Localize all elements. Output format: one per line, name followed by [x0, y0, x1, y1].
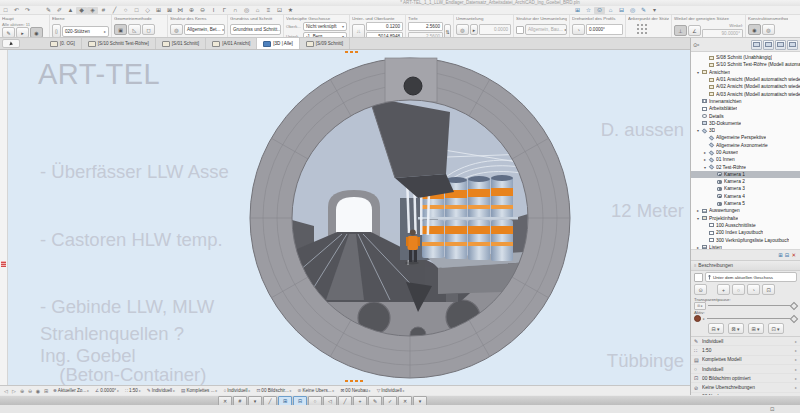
vertical-column-icon[interactable]: ⊥ — [674, 25, 687, 36]
trace-splitter-icon[interactable]: ⊠ ▾ — [728, 323, 744, 334]
geometry-profile-icon[interactable]: ◻ — [142, 24, 155, 35]
tree-item-300-verknuepfungsliste[interactable]: 300 Verknüpfungsliste Layoutbuch — [691, 236, 800, 243]
veneer-thickness-field[interactable]: 0.0000 — [479, 24, 511, 35]
tree-item-00-aussen[interactable]: 00 Aussen — [691, 149, 800, 156]
door-tool-icon[interactable]: ⊠ — [164, 7, 175, 14]
depth-top-field[interactable]: 2.5600 — [408, 22, 443, 31]
edit-plane-icon[interactable]: ✎ — [368, 396, 382, 406]
circle-tool-icon[interactable]: ○ — [120, 7, 131, 14]
tree-item-kamera-4[interactable]: Kamera 4 — [691, 193, 800, 200]
story-filter-checkbox[interactable] — [694, 273, 703, 282]
3d-viewport[interactable]: ART-TEL - Überfässer LLW Asse - Castoren… — [8, 50, 690, 385]
grid-tool-icon[interactable]: # — [98, 7, 109, 14]
snap-points-icon[interactable]: ⊟ — [293, 396, 307, 406]
tree-item-s08-schnitt[interactable]: S/08 Schnitt (Unabhängig) — [691, 54, 800, 61]
status-model-view[interactable]: ⊡00 Bildschir...▸ — [254, 388, 295, 393]
layer-select[interactable]: 020-Stützen▸ — [62, 26, 109, 37]
text-tool-icon[interactable]: I — [208, 7, 219, 14]
line-tool-icon[interactable]: ╱ — [109, 7, 120, 14]
depth-bottom-field[interactable]: 2.5600 — [408, 32, 443, 37]
status-layer-combination[interactable]: ○Individuell▸ — [220, 388, 253, 393]
tree-item-kamera-3[interactable]: Kamera 3 — [691, 185, 800, 192]
trace-rotate-icon[interactable]: ○ — [732, 284, 745, 295]
view-map-icon[interactable] — [763, 40, 774, 50]
layouts-icon[interactable]: ⊟ — [616, 7, 627, 14]
tree-item-arbeitsblaetter[interactable]: Arbeitsblätter — [691, 105, 800, 112]
quick-option-structure[interactable]: ▤Komplettes Modell — [691, 356, 800, 365]
column-tool-icon[interactable]: ◇ — [142, 7, 153, 14]
transparency-slider[interactable] — [708, 305, 797, 306]
back-icon[interactable]: ◁ — [2, 388, 10, 394]
slant-angle-field[interactable]: 90.0000° — [702, 29, 743, 37]
redo-icon[interactable]: ↷ — [22, 7, 33, 14]
confirm-icon[interactable]: ✓ — [383, 396, 397, 406]
tree-item-ansichten[interactable]: Ansichten — [691, 69, 800, 76]
tree-item-kamera-2[interactable]: Kamera 2 — [691, 178, 800, 185]
quick-option-model-view[interactable]: ⊡00 Bildschirm optimiert — [691, 374, 800, 383]
tree-item-a03-ansicht[interactable]: A/03 Ansicht (Modell automatisch wieder … — [691, 90, 800, 97]
status-renovation[interactable]: ⊠00 Neubau▸ — [337, 388, 373, 393]
rotation-angle-field[interactable]: 0.0000° — [586, 24, 623, 35]
eye-icon[interactable]: ◉ — [34, 388, 42, 394]
stepper-icon[interactable]: ⇅ — [444, 24, 451, 38]
home-icon[interactable]: ⌂ — [252, 7, 263, 14]
bottom-link-select[interactable]: -1. Berg...▾ — [303, 32, 347, 37]
beschreibungen-header[interactable]: ≡ Beschreibungen — [691, 260, 800, 271]
undo-icon[interactable]: ↶ — [11, 7, 22, 14]
story-filter-select[interactable]: Unter dem aktuellen Geschoss — [705, 272, 797, 282]
active-color-swatch[interactable] — [694, 315, 701, 322]
open-icon[interactable]: □ — [0, 7, 11, 14]
tab-s09-schnitt[interactable]: [S/09 Schnitt] — [300, 38, 350, 49]
tree-item-3d[interactable]: 3D — [691, 127, 800, 134]
tree-item-s10-schnitt[interactable]: S/10 Schnitt Test-Röhre (Modell automati… — [691, 61, 800, 68]
home-view-icon[interactable]: ⌂ — [605, 7, 616, 14]
trace-more-icon[interactable]: ⊡ ▾ — [768, 323, 784, 334]
slanted-column-icon[interactable]: ∠ — [688, 25, 701, 36]
construction-reference-icon[interactable]: ◎ — [762, 24, 775, 35]
layers-icon[interactable]: ≡ — [263, 7, 274, 14]
tree-item-auswertungen[interactable]: Auswertungen — [691, 207, 800, 214]
geometry-vertical-icon[interactable]: ▣ — [114, 24, 127, 35]
clone-folder-icon[interactable]: ⊟ — [785, 252, 790, 258]
favorites-star-icon[interactable]: ☆ — [583, 7, 594, 14]
mesh-tool-icon[interactable]: ⋈ — [175, 7, 186, 14]
tree-item-perspektive[interactable]: Allgemeine Perspektive — [691, 134, 800, 141]
zoom-out-icon[interactable]: ⊖ — [26, 388, 34, 394]
display-mode-select[interactable]: Grundriss und Schnitt...▸ — [230, 24, 281, 35]
magnet-off-icon[interactable]: ✕ — [218, 396, 232, 406]
project-map-icon[interactable] — [751, 40, 762, 50]
tree-item-3d-dokumente[interactable]: 3D-Dokumente — [691, 120, 800, 127]
tree-item-a01-ansicht[interactable]: A/01 Ansicht (Modell automatisch wieder … — [691, 76, 800, 83]
new-viewpoint-icon[interactable]: ⊞ — [778, 252, 783, 258]
camera-settings-icon[interactable]: ⊡ — [770, 406, 775, 412]
anchor-point-grid[interactable] — [636, 23, 669, 35]
guide-lines-icon[interactable]: ╱ — [263, 396, 277, 406]
top-link-select[interactable]: Nicht verknüpft▾ — [303, 22, 347, 31]
tree-item-a02-ansicht[interactable]: A/02 Ansicht (Modell automatisch wieder … — [691, 83, 800, 90]
favorites-icon[interactable]: ★ — [285, 7, 296, 14]
tree-item-kamera-5[interactable]: Kamera 5 — [691, 200, 800, 207]
top-elevation-field[interactable]: 0.1200 — [366, 22, 403, 31]
section-tool-icon[interactable]: Γ — [219, 7, 230, 14]
layout-book-icon[interactable] — [775, 40, 786, 50]
veneer-checkbox[interactable] — [516, 26, 524, 34]
status-overrides[interactable]: ⊘Keine Übers...▸ — [295, 388, 338, 393]
tree-item-kamera-1[interactable]: Kamera 1 — [691, 171, 800, 178]
trace-reset-icon[interactable]: ◔ — [747, 284, 760, 295]
organizer-icon[interactable]: ⊞ — [572, 7, 583, 14]
wall-tool-icon[interactable]: ◆ — [76, 7, 87, 14]
tree-item-details[interactable]: Details — [691, 112, 800, 119]
snap-lock-icon[interactable]: ○ — [308, 396, 322, 406]
quick-option-overrides[interactable]: ⊘Keine Überschreibungen — [691, 383, 800, 392]
pen-tool-icon[interactable]: ✎ — [43, 7, 54, 14]
find-select-icon[interactable]: ⊙ — [594, 7, 605, 14]
tab-0-og[interactable]: [0. OG] — [44, 38, 82, 49]
relative-coords-icon[interactable]: ╱ — [338, 396, 352, 406]
trace-settings-icon[interactable]: ⊡ — [762, 284, 775, 295]
arc-tool-icon[interactable]: ∩ — [230, 7, 241, 14]
construction-wrapped-icon[interactable]: ◉ — [748, 24, 761, 35]
status-orientation[interactable]: ∠0.0000°▸ — [92, 388, 122, 393]
veneer-material-select[interactable]: Allgemein, Bau...▸ — [525, 24, 567, 35]
tree-item-01-innen[interactable]: 01 Innen — [691, 156, 800, 163]
trace-fill-icon[interactable]: ⊟ ▾ — [708, 323, 724, 334]
